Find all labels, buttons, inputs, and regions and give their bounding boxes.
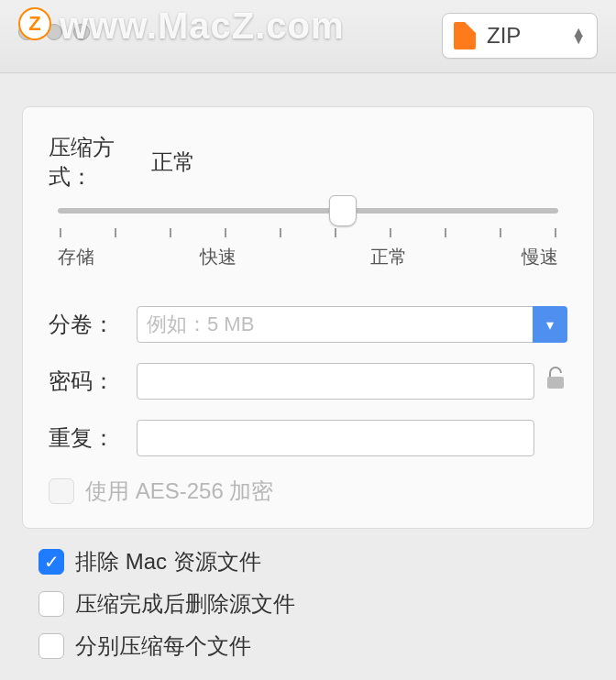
compression-label: 压缩方式： <box>49 133 151 192</box>
option-row-2: 分别压缩每个文件 <box>38 631 578 661</box>
format-value: ZIP <box>487 23 571 49</box>
repeat-label: 重复： <box>49 423 137 453</box>
chevron-down-icon: ▾ <box>546 316 554 334</box>
aes-row: 使用 AES-256 加密 <box>49 477 567 506</box>
password-row: 密码： <box>49 363 567 400</box>
compress-separately-label: 分别压缩每个文件 <box>75 631 251 661</box>
volume-row: 分卷： ▾ <box>49 306 567 343</box>
zip-file-icon <box>454 22 476 49</box>
slider-ticks <box>58 228 558 237</box>
password-label: 密码： <box>49 367 137 396</box>
bottom-options: ✓ 排除 Mac 资源文件 压缩完成后删除源文件 分别压缩每个文件 <box>38 547 578 661</box>
compress-separately-checkbox[interactable] <box>38 633 64 659</box>
compression-row: 压缩方式： 正常 <box>49 133 567 192</box>
repeat-input[interactable] <box>137 420 534 456</box>
delete-source-label: 压缩完成后删除源文件 <box>75 589 295 619</box>
repeat-row: 重复： 🔒 <box>49 420 567 456</box>
option-row-0: ✓ 排除 Mac 资源文件 <box>38 547 578 576</box>
option-row-1: 压缩完成后删除源文件 <box>38 589 578 619</box>
watermark-text: www.MacZ.com <box>60 5 345 47</box>
delete-source-checkbox[interactable] <box>38 591 64 617</box>
tick-label-normal: 正常 <box>370 245 407 269</box>
lock-icon <box>545 367 567 396</box>
compression-value: 正常 <box>151 148 195 177</box>
app-icon: Z <box>18 7 51 40</box>
slider-labels: 存储 快速 正常 慢速 <box>58 245 558 269</box>
volume-input[interactable] <box>137 306 536 343</box>
password-input[interactable] <box>137 363 534 400</box>
tick-label-fast: 快速 <box>200 245 236 269</box>
format-select[interactable]: ZIP ▲▼ <box>442 13 598 59</box>
titlebar: Z www.MacZ.com ZIP ▲▼ <box>0 0 616 73</box>
exclude-mac-label: 排除 Mac 资源文件 <box>75 547 261 576</box>
slider-track <box>58 208 558 214</box>
compression-slider[interactable]: 存储 快速 正常 慢速 <box>49 208 567 269</box>
volume-label: 分卷： <box>49 310 137 339</box>
exclude-mac-checkbox[interactable]: ✓ <box>38 549 64 575</box>
svg-rect-0 <box>547 377 564 389</box>
aes-label: 使用 AES-256 加密 <box>85 477 273 506</box>
slider-thumb[interactable] <box>329 195 357 226</box>
volume-dropdown-button[interactable]: ▾ <box>533 306 567 343</box>
tick-label-slow: 慢速 <box>522 245 558 269</box>
tick-label-store: 存储 <box>58 245 94 269</box>
chevron-updown-icon: ▲▼ <box>571 28 586 43</box>
settings-panel: 压缩方式： 正常 存储 快速 正常 慢速 分卷： ▾ 密码： <box>22 106 594 529</box>
aes-checkbox <box>49 478 74 504</box>
